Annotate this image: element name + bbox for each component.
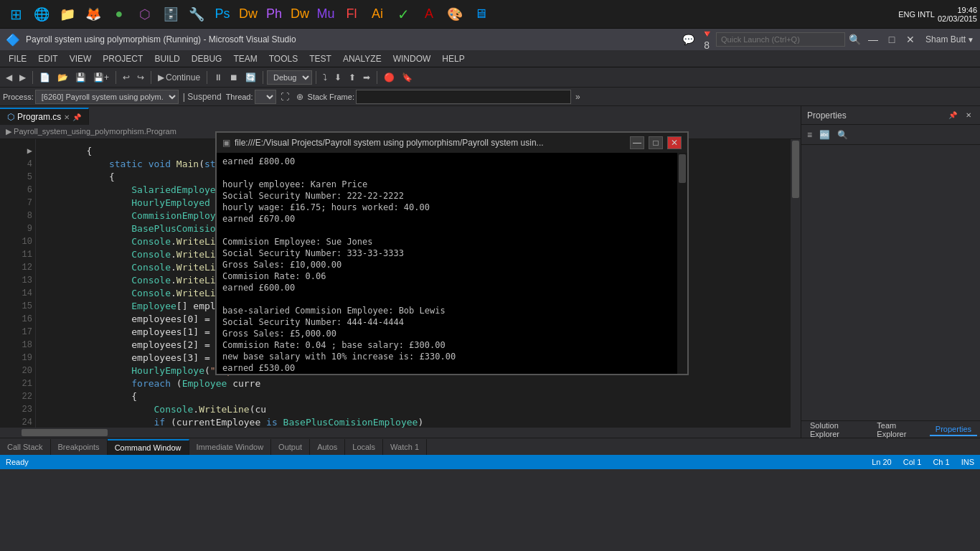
taskbar-icon-ps[interactable]: Ps	[211, 3, 234, 26]
taskbar-icon-fl[interactable]: Fl	[340, 3, 363, 26]
taskbar-icon-ssms[interactable]: 🗄️	[159, 3, 182, 26]
close-button[interactable]: ✕	[901, 32, 920, 47]
minimize-button[interactable]: —	[864, 32, 882, 47]
program-cs-tab[interactable]: ⬡ Program.cs ✕ 📌	[0, 108, 89, 125]
menu-project[interactable]: PROJECT	[97, 52, 149, 65]
prop-pin-btn[interactable]: 📌	[946, 110, 960, 121]
taskbar-icon-vs[interactable]: ⬡	[133, 3, 156, 26]
properties-tab[interactable]: Properties	[930, 423, 977, 436]
back-btn[interactable]: ◀	[3, 71, 15, 84]
open-btn[interactable]: 📂	[55, 71, 71, 84]
bookmark-btn[interactable]: 🔖	[399, 71, 415, 84]
show-next-stmt-btn[interactable]: ➡	[360, 71, 373, 84]
menu-window[interactable]: WINDOW	[387, 52, 437, 65]
new-btn[interactable]: 📄	[37, 71, 53, 84]
editor-tab-bar: ⬡ Program.cs ✕ 📌	[0, 106, 801, 125]
taskbar-icon-tool[interactable]: 🔧	[185, 3, 208, 26]
search-button[interactable]: 🔍	[845, 32, 864, 47]
more-btn[interactable]: »	[573, 90, 583, 103]
menu-file[interactable]: FILE	[3, 52, 32, 65]
scrollbar-thumb-h[interactable]	[22, 429, 108, 436]
suspend-btn[interactable]: | Suspend	[180, 90, 225, 103]
prop-search-btn[interactable]: 🔍	[834, 128, 851, 141]
taskbar-icon-green[interactable]: ✓	[392, 3, 415, 26]
menu-view[interactable]: VIEW	[64, 52, 98, 65]
prop-close-btn[interactable]: ✕	[963, 110, 974, 121]
taskbar-icon-firefox[interactable]: 🦊	[82, 3, 105, 26]
save-all-btn[interactable]: 💾+	[90, 71, 112, 84]
taskbar-icon-windows[interactable]: ⊞	[4, 3, 27, 26]
watch1-tab[interactable]: Watch 1	[383, 439, 427, 455]
output-tab[interactable]: Output	[271, 439, 310, 455]
tab-close-btn[interactable]: ✕	[64, 113, 70, 121]
call-stack-tab[interactable]: Call Stack	[0, 439, 51, 455]
console-scrollbar-thumb[interactable]	[679, 154, 686, 183]
maximize-button[interactable]: □	[882, 32, 901, 47]
step-over-btn[interactable]: ⤵	[320, 71, 330, 84]
breakpoint2-btn[interactable]: ⛶	[278, 90, 292, 103]
immediate-window-tab[interactable]: Immediate Window	[189, 439, 272, 455]
breakpoints-tab[interactable]: Breakpoints	[51, 439, 108, 455]
filter-button[interactable]: 🔻 8	[697, 32, 716, 47]
horizontal-scrollbar[interactable]	[0, 428, 801, 438]
autos-tab[interactable]: Autos	[310, 439, 345, 455]
vs-titlebar-buttons: 💬 🔻 8 🔍 — □ ✕	[679, 32, 920, 47]
menu-debug[interactable]: DEBUG	[186, 52, 228, 65]
taskbar-icon-dw1[interactable]: Dw	[237, 3, 260, 26]
feedback-button[interactable]: 💬	[679, 32, 697, 47]
step-out-btn[interactable]: ⬆	[346, 71, 359, 84]
console-maximize-btn[interactable]: □	[649, 136, 663, 149]
taskbar-icon-chrome[interactable]: ●	[108, 3, 131, 26]
prop-categorized-btn[interactable]: ≡	[804, 128, 815, 141]
console-minimize-btn[interactable]: —	[630, 136, 644, 149]
locals-tab[interactable]: Locals	[345, 439, 383, 455]
thread-dropdown[interactable]	[255, 90, 276, 104]
menu-team[interactable]: TEAM	[227, 52, 263, 65]
editor-scrollbar[interactable]	[791, 139, 801, 428]
taskbar-icon-ie[interactable]: 🌐	[30, 3, 53, 26]
team-explorer-tab[interactable]: Team Explorer	[871, 420, 930, 440]
scrollbar-thumb[interactable]	[792, 141, 799, 198]
forward-btn[interactable]: ▶	[17, 71, 29, 84]
console-close-btn[interactable]: ✕	[667, 136, 682, 149]
status-right: Ln 20 Col 1 Ch 1 INS	[872, 458, 974, 466]
console-titlebar: ▣ file:///E:/Visual Projects/Payroll sys…	[217, 133, 687, 153]
menu-edit[interactable]: EDIT	[32, 52, 63, 65]
stack-frame-input[interactable]	[356, 90, 571, 104]
debug-config-dropdown[interactable]: Debug	[267, 70, 312, 85]
taskbar-icon-folder[interactable]: 📁	[56, 3, 79, 26]
taskbar-icon-dw2[interactable]: Dw	[288, 3, 311, 26]
menu-analyze[interactable]: ANALYZE	[337, 52, 387, 65]
quick-launch-input[interactable]	[716, 32, 845, 47]
taskbar-icon-rdp[interactable]: 🖥	[469, 3, 492, 26]
show-all-btn[interactable]: ⊕	[293, 90, 306, 103]
command-window-tab[interactable]: Command Window	[108, 439, 189, 455]
toolbar-sep6	[316, 71, 316, 84]
menu-test[interactable]: TEST	[303, 52, 337, 65]
undo-btn[interactable]: ↩	[120, 71, 133, 84]
prop-alphabetical-btn[interactable]: 🔤	[816, 128, 833, 141]
pause-btn[interactable]: ⏸	[211, 71, 225, 84]
process-label: Process:	[3, 93, 34, 101]
menu-tools[interactable]: TOOLS	[263, 52, 303, 65]
pin-icon[interactable]: 📌	[72, 113, 81, 121]
stop-btn[interactable]: ⏹	[227, 71, 241, 84]
step-into-btn[interactable]: ⬇	[331, 71, 344, 84]
process-dropdown[interactable]: [6260] Payroll system using polym...	[35, 90, 179, 104]
user-dropdown-icon[interactable]: ▼	[967, 36, 974, 44]
menu-build[interactable]: BUILD	[149, 52, 185, 65]
breakpoint-btn[interactable]: 🔴	[381, 71, 397, 84]
continue-btn[interactable]: ▶ Continue	[155, 71, 203, 84]
taskbar-icon-acrobat[interactable]: A	[418, 3, 440, 26]
save-btn[interactable]: 💾	[72, 71, 89, 84]
taskbar-icon-ai[interactable]: Ai	[366, 3, 389, 26]
menu-help[interactable]: HELP	[436, 52, 470, 65]
solution-explorer-tab[interactable]: Solution Explorer	[804, 420, 871, 440]
redo-btn[interactable]: ↪	[134, 71, 147, 84]
taskbar-icon-mu[interactable]: Mu	[314, 3, 337, 26]
taskbar-icon-ph[interactable]: Ph	[263, 3, 286, 26]
restart-btn[interactable]: 🔄	[242, 71, 259, 84]
taskbar-icon-paint[interactable]: 🎨	[443, 3, 466, 26]
console-scrollbar[interactable]	[677, 153, 687, 374]
toolbar-sep7	[377, 71, 377, 84]
